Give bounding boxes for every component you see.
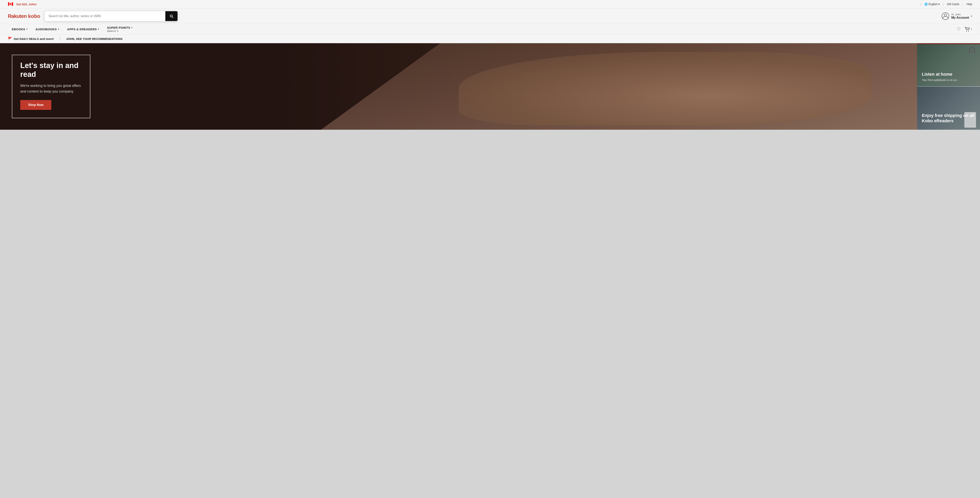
daily-deals-promo[interactable]: 🚩 Get DAILY DEALS and more! (8, 37, 60, 41)
divider-2: | (943, 2, 944, 6)
logo-rakuten-text: Rakuten (8, 13, 27, 19)
language-selector[interactable]: 🌐 English ▾ (924, 3, 940, 6)
headphone-icon: 🎧 (968, 46, 976, 54)
svg-point-3 (968, 31, 969, 32)
logo-space (27, 13, 28, 19)
top-bar: 🇨🇦 Get $15, John! | 🌐 English ▾ | Gift C… (0, 0, 980, 8)
divider-3: | (963, 2, 964, 6)
superpoints-chevron-icon: ▾ (131, 26, 133, 29)
wishlist-button[interactable]: ♡ (957, 27, 961, 32)
recs-prefix: John, see your (66, 37, 92, 40)
panel-bottom-title: Enjoy free shipping on all Kobo eReaders (922, 113, 975, 123)
account-icon (942, 12, 949, 20)
svg-point-1 (944, 14, 947, 16)
search-icon (169, 14, 173, 18)
cart-icon (965, 27, 970, 32)
nav-ebooks[interactable]: eBOOKS ▾ (8, 24, 32, 34)
promo-link[interactable]: Get $15, John! (16, 3, 37, 6)
account-label-text: My Account (951, 16, 969, 19)
apps-chevron-icon: ▾ (98, 28, 99, 30)
search-input[interactable] (45, 11, 165, 21)
nav-icons-area: ♡ ▾ (957, 27, 972, 32)
account-area[interactable]: Hi, John My Account ▾ (942, 12, 972, 20)
recommendations-promo[interactable]: John, see your RECOMMENDATIONS (60, 37, 123, 40)
hero-people-shape (459, 52, 871, 126)
cart-chevron-icon: ▾ (971, 28, 972, 30)
ebooks-chevron-icon: ▾ (26, 28, 28, 30)
hero-subtitle: We're working to bring you great offers … (20, 83, 82, 94)
logo-kobo-text: kobo (28, 13, 40, 19)
language-label: English (929, 3, 937, 6)
recs-keyword: RECOMMENDATIONS (92, 37, 123, 40)
deals-flag-icon: 🚩 (8, 37, 12, 41)
account-chevron-icon: ▾ (971, 15, 972, 18)
promo-bar: 🚩 Get DAILY DEALS and more! John, see yo… (0, 35, 980, 43)
nav-ebooks-label: eBOOKS (12, 27, 25, 31)
audiobooks-chevron-icon: ▾ (58, 28, 59, 30)
help-link[interactable]: Help (966, 3, 972, 6)
heart-icon: ♡ (957, 27, 961, 32)
nav-superpoints-label: SUPER POINTS (107, 26, 130, 29)
shop-now-button[interactable]: Shop Now (20, 100, 51, 110)
hero-side-panels: 🎧 Listen at home Your first audiobook is… (917, 43, 980, 130)
nav-bar: eBOOKS ▾ AUDIOBOOKS ▾ APPS & eREADERS ▾ … (0, 24, 980, 35)
panel-bottom-content: Enjoy free shipping on all Kobo eReaders (922, 113, 975, 125)
cart-button[interactable]: ▾ (965, 27, 972, 32)
svg-point-2 (966, 31, 967, 32)
hero-main-banner: Let's stay in and read We're working to … (0, 43, 917, 130)
nav-apps-label: APPS & eREADERS (67, 27, 97, 31)
hero-title: Let's stay in and read (20, 61, 82, 79)
header: Rakuten kobo Hi, John My Account ▾ (0, 8, 980, 24)
account-info: Hi, John My Account (951, 13, 969, 19)
search-button[interactable] (165, 11, 178, 21)
canada-flag-icon: 🇨🇦 (8, 2, 13, 7)
deals-text: Get DAILY DEALS and more! (14, 37, 54, 40)
superpoints-balance: Balance: 0 (107, 30, 133, 32)
panel-top-arrow-icon: › (957, 78, 958, 81)
logo-link[interactable]: Rakuten kobo (8, 13, 40, 19)
panel-top-title: Listen at home (922, 72, 958, 77)
nav-audiobooks-label: AUDIOBOOKS (36, 27, 57, 31)
nav-audiobooks[interactable]: AUDIOBOOKS ▾ (32, 24, 63, 34)
nav-superpoints[interactable]: SUPER POINTS ▾ Balance: 0 (103, 24, 137, 34)
hero-section: Let's stay in and read We're working to … (0, 43, 980, 130)
panel-top-content: Listen at home Your first audiobook is o… (922, 72, 958, 81)
globe-icon: 🌐 (924, 3, 928, 6)
divider-1: | (920, 2, 921, 6)
chevron-down-icon: ▾ (938, 3, 940, 6)
hero-border-box: Let's stay in and read We're working to … (12, 55, 91, 118)
search-container (44, 11, 178, 21)
hero-panel-ereader[interactable]: Enjoy free shipping on all Kobo eReaders (917, 87, 980, 130)
nav-apps[interactable]: APPS & eREADERS ▾ (63, 24, 103, 34)
account-hi-text: Hi, John (951, 13, 969, 16)
hero-panel-audiobook[interactable]: 🎧 Listen at home Your first audiobook is… (917, 43, 980, 87)
panel-top-subtitle: Your first audiobook is on us › (922, 78, 958, 81)
hero-content: Let's stay in and read We're working to … (0, 47, 102, 126)
gift-cards-link[interactable]: Gift Cards (947, 3, 959, 6)
